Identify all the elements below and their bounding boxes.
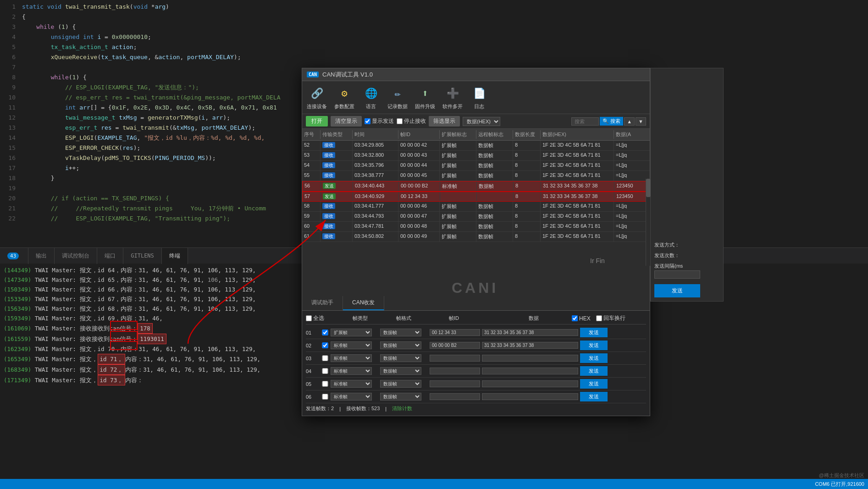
- cell-type: 接收: [321, 151, 353, 160]
- select-all-checkbox[interactable]: [306, 315, 312, 321]
- table-scrollbar-thumb[interactable]: [646, 179, 651, 197]
- send-button-05[interactable]: 发送: [580, 379, 608, 389]
- record-icon: ✏: [388, 85, 407, 101]
- tab-can-send-recv[interactable]: CAN收发: [343, 296, 384, 310]
- row-checkbox[interactable]: [321, 394, 329, 400]
- data-input[interactable]: [482, 355, 578, 362]
- tool-record[interactable]: ✏ 记录数据: [387, 85, 408, 110]
- row-id: 01: [306, 330, 320, 335]
- frame-format-select[interactable]: 数据帧: [380, 329, 421, 336]
- tool-params[interactable]: ⚙ 参数配置: [334, 85, 354, 110]
- frame-format-select[interactable]: 数据帧: [380, 367, 421, 375]
- search-input[interactable]: [571, 117, 599, 126]
- tab-terminal[interactable]: 终端: [162, 248, 188, 264]
- tab-debug-console[interactable]: 调试控制台: [55, 248, 97, 264]
- search-button[interactable]: 🔍 搜索: [600, 117, 623, 126]
- frame-format-select[interactable]: 数据帧: [380, 393, 421, 401]
- data-input[interactable]: [482, 380, 578, 387]
- frame-id-input[interactable]: [430, 329, 480, 336]
- cell-id: 53: [302, 151, 321, 160]
- stop-recv-checkbox[interactable]: [397, 118, 403, 124]
- show-send-checkbox[interactable]: [365, 118, 370, 124]
- main-send-button[interactable]: 发送: [654, 284, 700, 297]
- firmware-icon: ⬆: [416, 85, 434, 101]
- tool-firmware[interactable]: ⬆ 固件升级: [415, 85, 435, 110]
- frame-format-select[interactable]: 数据帧: [380, 380, 421, 388]
- frame-type-select[interactable]: 标准帧: [331, 393, 372, 401]
- frame-format-select[interactable]: 数据帧: [380, 354, 421, 362]
- frame-type-select[interactable]: 标准帧扩展帧: [331, 341, 372, 349]
- cell-frame-id: 00 00 00 49: [398, 232, 440, 242]
- tool-language[interactable]: 🌐 语言: [362, 85, 380, 110]
- send-button-04[interactable]: 发送: [580, 366, 608, 376]
- table-row-highlighted: 57 发送 03:34:40.929 00 12 34 33 8 31 32 3…: [302, 192, 650, 202]
- cell-ext-flag: 扩展帧: [440, 141, 476, 150]
- prev-result-button[interactable]: ▲: [624, 117, 635, 126]
- data-input[interactable]: [482, 329, 578, 336]
- frame-type-select[interactable]: 标准帧: [331, 380, 372, 388]
- tab-port[interactable]: 端口: [97, 248, 123, 264]
- tool-log[interactable]: 📄 日志: [470, 85, 488, 110]
- table-row: 55 接收 03:34:38.777 00 00 00 45 扩展帧 数据帧 8…: [302, 171, 650, 181]
- newline-checkbox[interactable]: [596, 315, 602, 321]
- tab-gitlens[interactable]: GITLENS: [123, 248, 162, 264]
- send-mode-row: 发送方式：: [654, 242, 719, 248]
- tab-output[interactable]: 输出: [28, 248, 55, 264]
- can-window: CAN CAN调试工具 V1.0 🔗 连接设备 ⚙ 参数配置 🌐 语言 ✏ 记录…: [302, 68, 650, 416]
- cell-extra: =L[jq: [614, 141, 650, 150]
- frame-type-select[interactable]: 扩展帧标准帧: [331, 329, 372, 336]
- data-input[interactable]: [482, 393, 578, 400]
- frame-id-input[interactable]: [430, 380, 480, 387]
- table-row: 52 接收 03:34:29.805 00 00 00 42 扩展帧 数据帧 8…: [302, 141, 650, 151]
- row-checkbox[interactable]: [321, 381, 329, 387]
- col-type: 传输类型: [321, 130, 353, 139]
- frame-type-select[interactable]: 标准帧: [331, 354, 372, 362]
- ir-fin-label: Ir Fin: [590, 257, 605, 264]
- frame-id-input[interactable]: [430, 393, 480, 400]
- send-interval-row: 发送间隔(ms: [654, 263, 719, 279]
- send-button-03[interactable]: 发送: [580, 353, 608, 363]
- frame-format-header: 帧格式: [396, 315, 411, 322]
- row-checkbox[interactable]: [321, 355, 329, 361]
- cell-time: 03:34:47.781: [353, 222, 398, 231]
- next-result-button[interactable]: ▼: [636, 117, 646, 126]
- open-button[interactable]: 打开: [306, 116, 328, 126]
- terminal-tab-badge[interactable]: 43: [0, 248, 28, 264]
- code-editor[interactable]: static void twai_transmit_task(void *arg…: [18, 0, 321, 247]
- status-bar: COM6 已打开,921600: [0, 479, 868, 489]
- clear-count-link[interactable]: 清除计数: [392, 405, 412, 412]
- row-checkbox[interactable]: [321, 330, 329, 335]
- row-checkbox[interactable]: [321, 368, 329, 374]
- can-send-panel: 全选 帧类型 帧格式 帧ID 数据 HEX 回车换行 01 扩展帧标准帧 数据帧: [302, 311, 650, 416]
- send-button-01[interactable]: 发送: [580, 328, 608, 337]
- tab-debug-helper[interactable]: 调试助手: [302, 296, 343, 310]
- cell-ext-flag: 扩展帧: [440, 151, 476, 160]
- hex-checkbox[interactable]: [572, 315, 578, 321]
- frame-id-input[interactable]: [430, 355, 480, 362]
- table-body[interactable]: 52 接收 03:34:29.805 00 00 00 42 扩展帧 数据帧 8…: [302, 141, 650, 296]
- frame-id-input[interactable]: [430, 368, 480, 374]
- filter-button[interactable]: 筛选显示: [429, 116, 460, 126]
- send-button-02[interactable]: 发送: [580, 341, 608, 350]
- col-extra: 数据(A: [614, 130, 650, 139]
- frame-format-select[interactable]: 数据帧: [380, 341, 421, 349]
- row-checkbox[interactable]: [321, 342, 329, 348]
- cell-ext-flag: 扩展帧: [440, 171, 476, 181]
- data-input[interactable]: [482, 342, 578, 349]
- frame-id-input[interactable]: [430, 342, 480, 349]
- cell-extra: =L[jq: [614, 232, 650, 242]
- send-row-01: 01 扩展帧标准帧 数据帧 发送: [306, 326, 646, 339]
- tool-connect[interactable]: 🔗 连接设备: [307, 85, 327, 110]
- frame-type-select[interactable]: 标准帧: [331, 367, 372, 375]
- cell-ext-flag: 扩展帧: [440, 212, 476, 221]
- send-interval-input[interactable]: [654, 270, 700, 279]
- clear-display-button[interactable]: 清空显示: [331, 116, 362, 126]
- row-id: 02: [306, 343, 320, 348]
- tool-multiopen[interactable]: ➕ 软件多开: [442, 85, 463, 110]
- cell-data: 31 32 33 34 35 36 37 38: [541, 181, 614, 191]
- data-input[interactable]: [482, 368, 578, 374]
- data-format-select[interactable]: 数据(HEX): [463, 117, 500, 126]
- table-scrollbar-track[interactable]: [646, 179, 650, 266]
- cell-data: 1F 2E 3D 4C 5B 6A 71 81: [541, 141, 614, 150]
- send-button-06[interactable]: 发送: [580, 392, 608, 401]
